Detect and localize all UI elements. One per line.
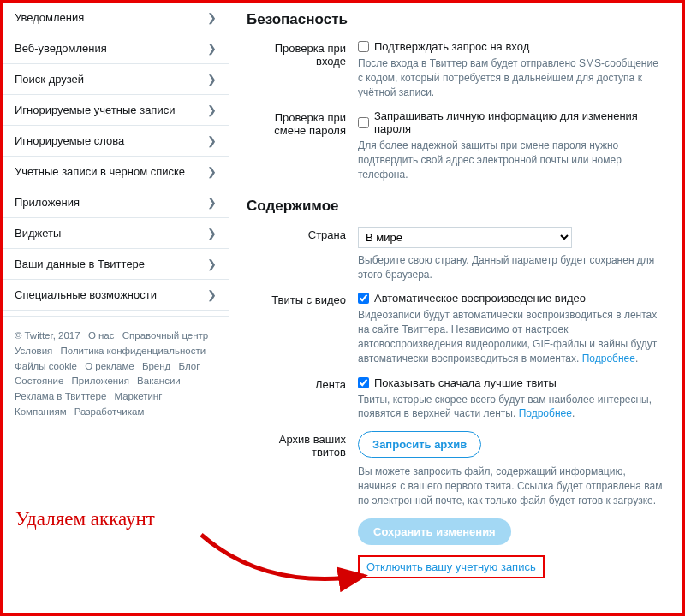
sidebar-item-blocked-accounts[interactable]: Учетные записи в черном списке❯ xyxy=(3,157,229,187)
sidebar-item-label: Веб-уведомления xyxy=(15,42,107,55)
chevron-right-icon: ❯ xyxy=(207,288,217,301)
request-archive-button[interactable]: Запросить архив xyxy=(358,431,481,458)
sidebar-item-label: Виджеты xyxy=(15,227,61,240)
footer-link[interactable]: О рекламе xyxy=(85,361,134,371)
timeline-learn-more-link[interactable]: Подробнее xyxy=(519,407,572,419)
settings-main: Безопасность Проверка при входе Подтверж… xyxy=(229,3,682,613)
save-row: Сохранить изменения xyxy=(247,518,665,545)
sidebar-footer: © Twitter, 2017 О нас Справочный центр У… xyxy=(3,316,229,420)
sidebar-item-label: Поиск друзей xyxy=(15,73,84,86)
sidebar-item-notifications[interactable]: Уведомления❯ xyxy=(3,3,229,33)
chevron-right-icon: ❯ xyxy=(207,227,217,240)
timeline-help: Твиты, которые скорее всего будут вам на… xyxy=(358,393,665,422)
sidebar-item-label: Игнорируемые слова xyxy=(15,134,124,147)
copyright-text: © Twitter, 2017 xyxy=(15,330,80,341)
footer-link[interactable]: Состояние xyxy=(15,376,63,386)
deactivate-row: Отключить вашу учетную запись xyxy=(247,555,665,578)
video-learn-more-link[interactable]: Подробнее xyxy=(582,352,635,364)
password-reset-row: Проверка при смене пароля Запрашивать ли… xyxy=(247,110,665,181)
video-autoplay-checkbox[interactable] xyxy=(358,293,369,304)
sidebar-item-widgets[interactable]: Виджеты❯ xyxy=(3,218,229,249)
footer-link[interactable]: Блог xyxy=(179,361,200,371)
settings-sidebar: Уведомления❯ Веб-уведомления❯ Поиск друз… xyxy=(3,3,229,613)
footer-link[interactable]: Вакансии xyxy=(137,376,181,386)
sidebar-item-label: Уведомления xyxy=(15,11,84,24)
footer-link[interactable]: Маркетинг xyxy=(114,391,162,401)
footer-link[interactable]: Политика конфиденциальности xyxy=(61,346,206,356)
chevron-right-icon: ❯ xyxy=(207,42,217,55)
save-changes-button[interactable]: Сохранить изменения xyxy=(358,518,511,545)
chevron-right-icon: ❯ xyxy=(207,165,217,178)
sidebar-item-muted-words[interactable]: Игнорируемые слова❯ xyxy=(3,126,229,157)
login-verification-checkbox-label: Подтверждать запрос на вход xyxy=(374,40,529,53)
sidebar-item-apps[interactable]: Приложения❯ xyxy=(3,187,229,218)
sidebar-item-label: Приложения xyxy=(15,196,80,209)
password-reset-checkbox-label: Запрашивать личную информацию для измене… xyxy=(374,110,665,135)
login-verification-checkbox[interactable] xyxy=(358,41,369,52)
chevron-right-icon: ❯ xyxy=(207,73,217,86)
sidebar-item-label: Специальные возможности xyxy=(15,288,157,301)
footer-link[interactable]: Реклама в Твиттере xyxy=(15,391,106,401)
chevron-right-icon: ❯ xyxy=(207,196,217,209)
password-reset-help: Для более надежной защиты при смене паро… xyxy=(358,139,665,181)
footer-link[interactable]: Разработчикам xyxy=(74,406,145,417)
security-heading: Безопасность xyxy=(247,11,665,28)
content-heading: Содержимое xyxy=(247,198,665,215)
sidebar-nav: Уведомления❯ Веб-уведомления❯ Поиск друз… xyxy=(3,3,229,311)
sidebar-item-muted-accounts[interactable]: Игнорируемые учетные записи❯ xyxy=(3,95,229,126)
country-label: Страна xyxy=(247,227,358,282)
country-help: Выберите свою страну. Данный параметр бу… xyxy=(358,253,665,282)
sidebar-item-find-friends[interactable]: Поиск друзей❯ xyxy=(3,64,229,95)
sidebar-item-accessibility[interactable]: Специальные возможности❯ xyxy=(3,280,229,311)
archive-help: Вы можете запросить файл, содержащий инф… xyxy=(358,465,665,507)
chevron-right-icon: ❯ xyxy=(207,258,217,270)
chevron-right-icon: ❯ xyxy=(207,104,217,116)
country-select[interactable]: В мире xyxy=(358,227,572,248)
timeline-row: Лента Показывать сначала лучшие твиты Тв… xyxy=(247,376,665,422)
password-reset-label: Проверка при смене пароля xyxy=(247,110,358,181)
sidebar-item-label: Учетные записи в черном списке xyxy=(15,165,185,178)
timeline-best-tweets-checkbox-label: Показывать сначала лучшие твиты xyxy=(374,376,557,389)
video-autoplay-checkbox-label: Автоматическое воспроизведение видео xyxy=(374,292,586,305)
archive-label: Архив ваших твитов xyxy=(247,431,358,507)
country-row: Страна В мире Выберите свою страну. Данн… xyxy=(247,227,665,282)
footer-link[interactable]: Справочный центр xyxy=(122,330,209,341)
deactivate-account-link[interactable]: Отключить вашу учетную запись xyxy=(366,560,536,573)
login-verification-help: После входа в Твиттер вам будет отправле… xyxy=(358,56,665,99)
video-autoplay-label: Твиты с видео xyxy=(247,292,358,365)
footer-link[interactable]: Компаниям xyxy=(15,406,67,417)
footer-link[interactable]: Файлы cookie xyxy=(15,361,77,371)
chevron-right-icon: ❯ xyxy=(207,134,217,147)
footer-link[interactable]: Приложения xyxy=(72,376,129,386)
footer-link[interactable]: Бренд xyxy=(142,361,170,371)
footer-link[interactable]: О нас xyxy=(88,330,115,341)
login-verification-row: Проверка при входе Подтверждать запрос н… xyxy=(247,40,665,99)
sidebar-item-label: Ваши данные в Твиттере xyxy=(15,258,145,270)
chevron-right-icon: ❯ xyxy=(207,11,217,24)
video-autoplay-help: Видеозаписи будут автоматически воспроиз… xyxy=(358,308,665,365)
password-reset-checkbox[interactable] xyxy=(358,117,369,128)
archive-row: Архив ваших твитов Запросить архив Вы мо… xyxy=(247,431,665,507)
sidebar-item-web-notifications[interactable]: Веб-уведомления❯ xyxy=(3,33,229,64)
timeline-label: Лента xyxy=(247,376,358,422)
sidebar-item-label: Игнорируемые учетные записи xyxy=(15,104,175,116)
footer-link[interactable]: Условия xyxy=(15,346,52,356)
sidebar-item-your-data[interactable]: Ваши данные в Твиттере❯ xyxy=(3,249,229,280)
video-autoplay-row: Твиты с видео Автоматическое воспроизвед… xyxy=(247,292,665,365)
timeline-best-tweets-checkbox[interactable] xyxy=(358,377,369,388)
login-verification-label: Проверка при входе xyxy=(247,40,358,99)
